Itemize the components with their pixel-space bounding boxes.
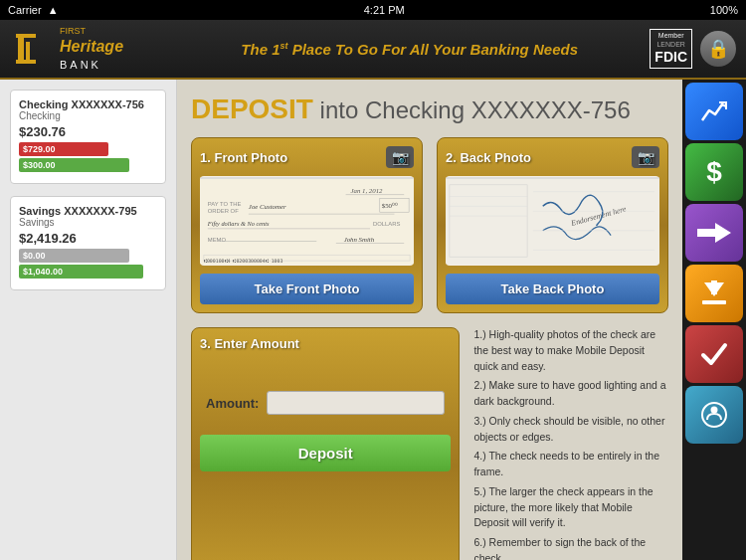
svg-text:Jan 1, 2012: Jan 1, 2012 — [350, 187, 383, 194]
download-icon-button[interactable] — [685, 265, 743, 322]
svg-text:Joe Customer: Joe Customer — [249, 203, 286, 210]
svg-rect-2 — [16, 34, 36, 38]
amount-input-row: Amount: — [200, 391, 451, 415]
check-front-svg: Jan 1, 2012 PAY TO THE ORDER OF Joe Cust… — [200, 176, 414, 266]
account-card-checking[interactable]: Checking XXXXXXX-756 Checking $230.76 $7… — [10, 90, 166, 184]
front-photo-panel: 1. Front Photo 📷 Jan 1, 2012 PAY T — [191, 137, 423, 313]
dollar-icon-button[interactable]: $ — [685, 143, 743, 201]
account-balance-savings: $2,419.26 — [19, 231, 157, 246]
contact-icon-button[interactable] — [685, 386, 743, 444]
svg-rect-1 — [26, 42, 30, 62]
sidebar: Checking XXXXXXX-756 Checking $230.76 $7… — [0, 80, 177, 560]
header-tagline: The 1st Place To Go For All Your Banking… — [169, 41, 650, 58]
svg-text:Fifty dollars & No cents: Fifty dollars & No cents — [207, 220, 270, 227]
check-back-svg: Endorsement here — [446, 176, 659, 266]
progress-bars-savings: $0.00 $1,040.00 — [19, 249, 157, 279]
account-balance-checking: $230.76 — [19, 124, 157, 139]
transfer-icon-button[interactable] — [685, 204, 743, 262]
deposit-button[interactable]: Deposit — [200, 435, 451, 471]
page-title-rest: into Checking XXXXXXX-756 — [313, 96, 631, 123]
dollar-symbol: $ — [706, 156, 722, 188]
wifi-icon: ▲ — [48, 4, 59, 16]
page-title: DEPOSIT into Checking XXXXXXX-756 — [191, 93, 668, 125]
time-label: 4:21 PM — [364, 4, 405, 16]
account-type-savings: Savings — [19, 217, 157, 228]
back-photo-label: 2. Back Photo — [446, 150, 531, 165]
logo-area: FIRST Heritage BANK — [10, 26, 169, 73]
instruction-6: 6.) Remember to sign the back of the che… — [473, 535, 668, 560]
back-check-preview: Endorsement here — [446, 176, 659, 266]
front-photo-label: 1. Front Photo — [200, 150, 287, 165]
chart-icon-button[interactable] — [685, 83, 743, 140]
front-camera-icon: 📷 — [386, 146, 414, 168]
amount-panel: 3. Enter Amount Amount: Deposit — [191, 327, 460, 560]
bottom-row: 3. Enter Amount Amount: Deposit 1.) High… — [191, 327, 668, 560]
logo-heritage: Heritage — [60, 37, 123, 58]
take-back-photo-button[interactable]: Take Back Photo — [446, 274, 659, 304]
logo-text: FIRST Heritage BANK — [60, 26, 123, 73]
carrier-label: Carrier — [8, 4, 42, 16]
svg-text:PAY TO THE: PAY TO THE — [208, 201, 242, 207]
svg-rect-23 — [446, 177, 659, 265]
account-name-checking: Checking XXXXXXX-756 — [19, 98, 157, 110]
app-header: FIRST Heritage BANK The 1st Place To Go … — [0, 20, 746, 80]
take-front-photo-button[interactable]: Take Front Photo — [200, 274, 414, 304]
svg-rect-37 — [711, 280, 717, 294]
instruction-5: 5.) The larger the check appears in the … — [473, 484, 668, 531]
instruction-4: 4.) The check needs to be entirely in th… — [473, 449, 668, 480]
status-bar: Carrier ▲ 4:21 PM 100% — [0, 0, 746, 20]
instruction-1: 1.) High-quality photos of the check are… — [473, 327, 668, 374]
svg-rect-0 — [18, 36, 24, 62]
bank-logo-icon — [10, 28, 52, 70]
battery-label: 100% — [710, 4, 738, 16]
svg-text:John Smith: John Smith — [344, 236, 375, 243]
bar-green-savings: $1,040.00 — [19, 265, 143, 279]
svg-text:ORDER OF: ORDER OF — [208, 208, 239, 214]
bar-red-checking: $729.00 — [19, 142, 108, 156]
instructions-panel: 1.) High-quality photos of the check are… — [473, 327, 668, 560]
checkmark-icon-button[interactable] — [685, 325, 743, 383]
bar-green-checking: $300.00 — [19, 158, 129, 172]
amount-input[interactable] — [267, 391, 445, 415]
svg-point-39 — [711, 407, 718, 414]
account-card-savings[interactable]: Savings XXXXXXX-795 Savings $2,419.26 $0… — [10, 196, 166, 290]
instruction-3: 3.) Only check should be visible, no oth… — [473, 414, 668, 446]
back-camera-icon: 📷 — [632, 146, 659, 168]
svg-text:⑆000100⑆4  ⑆0200300004⑆  1003: ⑆000100⑆4 ⑆0200300004⑆ 1003 — [204, 258, 283, 264]
lock-icon[interactable]: 🔒 — [700, 31, 736, 67]
back-photo-header: 2. Back Photo 📷 — [446, 146, 659, 168]
svg-text:$50⁰⁰: $50⁰⁰ — [382, 202, 398, 209]
amount-field-label: Amount: — [206, 396, 259, 411]
content-area: DEPOSIT into Checking XXXXXXX-756 1. Fro… — [177, 80, 682, 560]
progress-bars-checking: $729.00 $300.00 — [19, 142, 157, 172]
icon-bar: $ — [682, 80, 746, 560]
account-type-checking: Checking — [19, 110, 157, 121]
main-layout: Checking XXXXXXX-756 Checking $230.76 $7… — [0, 80, 746, 560]
front-check-preview: Jan 1, 2012 PAY TO THE ORDER OF Joe Cust… — [200, 176, 414, 266]
svg-text:DOLLARS: DOLLARS — [373, 221, 400, 227]
photo-row: 1. Front Photo 📷 Jan 1, 2012 PAY T — [191, 137, 668, 313]
instruction-2: 2.) Make sure to have good lighting and … — [473, 378, 668, 410]
account-name-savings: Savings XXXXXXX-795 — [19, 205, 157, 217]
amount-panel-label: 3. Enter Amount — [200, 336, 451, 351]
bar-gray-savings: $0.00 — [19, 249, 129, 263]
page-title-highlight: DEPOSIT — [191, 93, 313, 124]
header-right: Member LENDER FDIC 🔒 — [650, 29, 736, 69]
svg-rect-3 — [16, 60, 36, 64]
front-photo-header: 1. Front Photo 📷 — [200, 146, 414, 168]
svg-rect-35 — [702, 300, 726, 304]
svg-rect-5 — [200, 177, 414, 179]
fdic-badge: Member LENDER FDIC — [650, 29, 692, 69]
svg-marker-34 — [697, 223, 731, 243]
logo-bank: BANK — [60, 58, 123, 72]
back-photo-panel: 2. Back Photo 📷 Endorsement here — [437, 137, 668, 313]
svg-rect-24 — [446, 177, 659, 179]
logo-first: FIRST — [60, 26, 123, 38]
